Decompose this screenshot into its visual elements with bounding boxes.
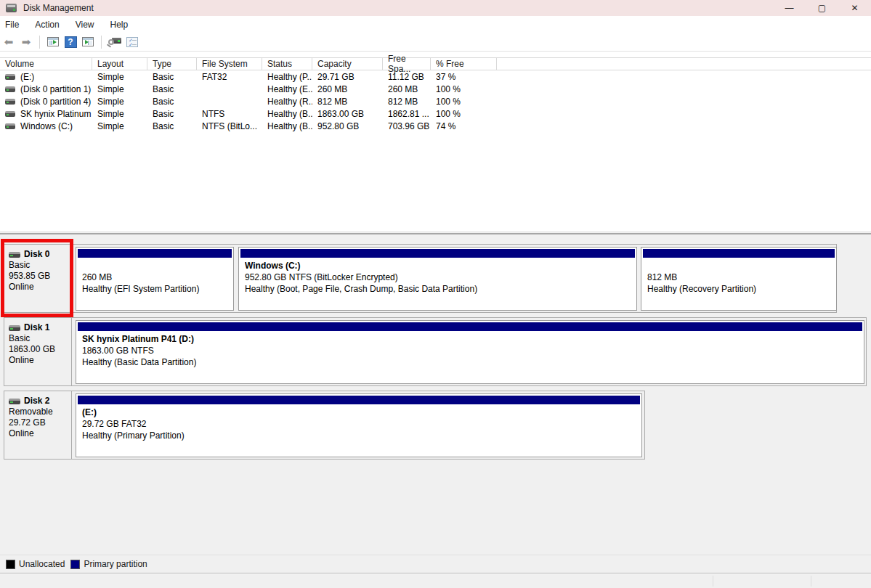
- disk-management-window: Disk Management — ▢ ✕ File Action View H…: [0, 0, 871, 588]
- table-row[interactable]: (Disk 0 partition 1) Simple Basic Health…: [0, 83, 871, 95]
- disk-size: 1863.00 GB: [9, 344, 71, 355]
- disk-icon: [9, 399, 20, 404]
- volume-icon: [5, 99, 15, 105]
- menu-view[interactable]: View: [68, 20, 102, 30]
- legend-item-primary-partition: Primary partition: [70, 559, 147, 569]
- column-header-free-space[interactable]: Free Spa...: [383, 58, 431, 70]
- disk-icon: [9, 252, 20, 258]
- table-row[interactable]: (E:) Simple Basic FAT32 Healthy (P... 29…: [0, 70, 871, 83]
- column-header-volume[interactable]: Volume: [0, 58, 92, 70]
- volume-icon: [5, 86, 15, 92]
- volume-icon: [5, 123, 15, 129]
- volume-list: Volume Layout Type File System Status Ca…: [0, 52, 871, 231]
- volume-icon: [5, 111, 15, 117]
- disk-size: 29.72 GB: [9, 417, 71, 428]
- forward-icon[interactable]: ➡: [17, 34, 35, 50]
- column-header-layout[interactable]: Layout: [92, 58, 147, 70]
- disk-state: Online: [9, 428, 71, 439]
- disk0-label[interactable]: Disk 0 Basic 953.85 GB Online: [4, 245, 72, 312]
- partition-color-bar: [78, 322, 862, 331]
- partition-color-bar: [78, 249, 232, 258]
- menu-help[interactable]: Help: [102, 20, 137, 30]
- partition-windows-c[interactable]: Windows (C:) 952.80 GB NTFS (BitLocker E…: [238, 247, 637, 311]
- partition-color-bar: [78, 396, 640, 404]
- table-row[interactable]: SK hynix Platinum ... Simple Basic NTFS …: [0, 107, 871, 120]
- statusbar-separator: [713, 576, 713, 587]
- disk-graphical-view: Disk 0 Basic 953.85 GB Online 260 MB Hea…: [0, 237, 871, 555]
- table-row[interactable]: (Disk 0 partition 4) Simple Basic Health…: [0, 95, 871, 107]
- table-row[interactable]: Windows (C:) Simple Basic NTFS (BitLo...…: [0, 120, 871, 132]
- title-bar: Disk Management — ▢ ✕: [0, 0, 871, 16]
- disk-state: Online: [9, 282, 71, 293]
- disk-properties-icon[interactable]: [106, 34, 123, 50]
- toolbar-separator: [39, 36, 40, 49]
- action-pane-icon[interactable]: [79, 34, 97, 50]
- column-header-file-system[interactable]: File System: [197, 58, 262, 70]
- window-title: Disk Management: [23, 3, 94, 13]
- column-header-capacity[interactable]: Capacity: [312, 58, 383, 70]
- partition-e-drive[interactable]: (E:) 29.72 GB FAT32 Healthy (Primary Par…: [76, 393, 642, 457]
- disk1-label[interactable]: Disk 1 Basic 1863.00 GB Online: [4, 318, 72, 385]
- close-button[interactable]: ✕: [838, 0, 871, 16]
- column-header-type[interactable]: Type: [147, 58, 197, 70]
- partition-recovery[interactable]: 812 MB Healthy (Recovery Partition): [641, 247, 837, 311]
- legend-bar: Unallocated Primary partition: [0, 555, 871, 573]
- pane-splitter[interactable]: [0, 231, 871, 237]
- volume-list-header: Volume Layout Type File System Status Ca…: [0, 57, 871, 70]
- app-icon: [6, 4, 17, 12]
- menu-bar: File Action View Help: [0, 16, 871, 33]
- column-header-pct-free[interactable]: % Free: [431, 58, 497, 70]
- menu-file[interactable]: File: [0, 20, 27, 30]
- disk2-label[interactable]: Disk 2 Removable 29.72 GB Online: [4, 391, 72, 459]
- toolbar-separator: [101, 36, 102, 49]
- back-icon[interactable]: ⬅: [0, 34, 17, 50]
- column-header-status[interactable]: Status: [262, 58, 312, 70]
- disk-size: 953.85 GB: [9, 271, 71, 282]
- partition-efi[interactable]: 260 MB Healthy (EFI System Partition): [76, 247, 234, 311]
- disk-row-2: Disk 2 Removable 29.72 GB Online (E:) 29…: [4, 391, 645, 460]
- statusbar-separator: [811, 576, 811, 587]
- disk-icon: [9, 325, 20, 331]
- disk-kind: Basic: [9, 260, 71, 271]
- menu-action[interactable]: Action: [27, 20, 67, 30]
- disk-row-0: Disk 0 Basic 953.85 GB Online 260 MB Hea…: [4, 244, 837, 313]
- partition-color-bar: [643, 249, 835, 258]
- disk-state: Online: [9, 355, 71, 366]
- status-bar: [0, 573, 871, 588]
- help-icon[interactable]: ?: [62, 34, 79, 50]
- partition-color-bar: [240, 249, 635, 258]
- column-header-blank: [497, 58, 871, 70]
- unallocated-swatch: [6, 560, 15, 569]
- toolbar: ⬅ ➡ ? ✓✓: [0, 33, 871, 52]
- primary-partition-swatch: [70, 560, 80, 569]
- disk-kind: Basic: [9, 333, 71, 344]
- console-tree-icon[interactable]: [44, 34, 62, 50]
- partition-d-drive[interactable]: SK hynix Platinum P41 (D:) 1863.00 GB NT…: [76, 320, 864, 384]
- maximize-button[interactable]: ▢: [806, 0, 838, 16]
- disk-kind: Removable: [9, 407, 71, 417]
- disk-row-1: Disk 1 Basic 1863.00 GB Online SK hynix …: [4, 317, 867, 386]
- task-list-icon[interactable]: ✓✓: [123, 34, 141, 50]
- volume-icon: [5, 74, 15, 80]
- legend-item-unallocated: Unallocated: [6, 559, 65, 569]
- minimize-button[interactable]: —: [773, 0, 806, 16]
